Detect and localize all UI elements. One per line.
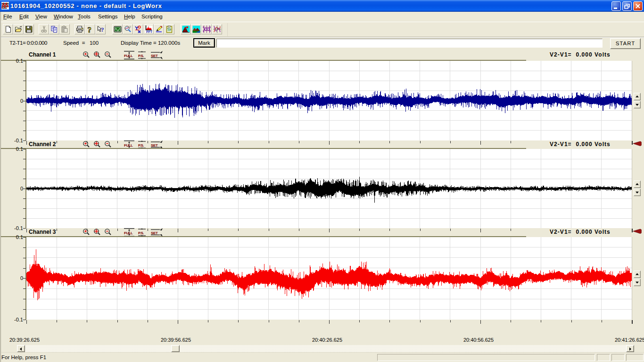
- svg-text:P.S.: P.S.: [138, 231, 144, 235]
- svg-text:SET: SET: [151, 231, 158, 235]
- svg-text:P.S.: P.S.: [138, 143, 144, 148]
- svg-text:FFT: FFT: [146, 30, 153, 33]
- svg-text:?: ?: [88, 25, 92, 33]
- svg-text:FULL: FULL: [124, 143, 133, 148]
- svg-text:SET: SET: [151, 143, 158, 148]
- svg-text:FULL: FULL: [124, 231, 133, 235]
- svg-text:?: ?: [101, 26, 104, 33]
- svg-text:P.S.: P.S.: [138, 54, 144, 58]
- svg-text:SET: SET: [151, 54, 158, 58]
- svg-text:FULL: FULL: [124, 54, 133, 58]
